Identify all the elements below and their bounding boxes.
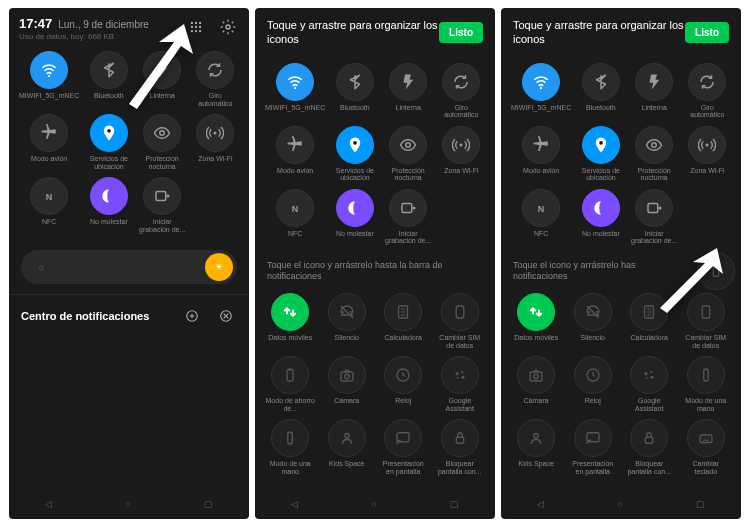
tile-eye[interactable]: Protección nocturna <box>139 114 186 171</box>
tile-clock[interactable]: Reloj <box>568 356 619 413</box>
tile-loc[interactable]: Servicios de ubicación <box>577 126 624 183</box>
nav-back-icon[interactable]: ◁ <box>291 499 298 509</box>
tile-flash[interactable]: Linterna <box>139 51 186 108</box>
tile-loc[interactable]: Servicios de ubicación <box>85 114 132 171</box>
tile-sim[interactable]: Cambiar SIM de datos <box>435 293 486 350</box>
svg-point-6 <box>191 30 193 32</box>
tile-kbd[interactable]: Cambiar teclado <box>681 419 732 476</box>
sim-icon <box>441 293 479 331</box>
nav-recent-icon[interactable]: ▢ <box>204 499 213 509</box>
tile-wifi[interactable]: MIWIFI_5G_mNEC <box>265 63 325 120</box>
tile-calc[interactable]: Calculadora <box>624 293 675 350</box>
tile-wifi[interactable]: MIWIFI_5G_mNEC <box>511 63 571 120</box>
tile-mute[interactable]: Silencio <box>568 293 619 350</box>
tile-wifi[interactable]: MIWIFI_5G_mNEC <box>19 51 79 108</box>
tile-cam[interactable]: Cámara <box>511 356 562 413</box>
tile-cam[interactable]: Cámara <box>322 356 373 413</box>
bt-icon <box>90 51 128 89</box>
manage-icon[interactable] <box>181 305 203 327</box>
tile-clock[interactable]: Reloj <box>378 356 429 413</box>
tile-mute[interactable]: Silencio <box>322 293 373 350</box>
tile-rotate[interactable]: Giro automático <box>684 63 731 120</box>
tile-label: Linterna <box>150 92 175 108</box>
settings-gear-icon[interactable] <box>217 16 239 38</box>
tile-lock[interactable]: Bloquear pantalla con... <box>435 419 486 476</box>
done-button[interactable]: Listo <box>439 22 483 43</box>
tile-plane[interactable]: Modo avión <box>19 114 79 171</box>
svg-rect-46 <box>648 203 658 212</box>
clear-all-icon[interactable] <box>215 305 237 327</box>
data-icon <box>517 293 555 331</box>
tile-rec[interactable]: Iniciar grabación de... <box>139 177 186 234</box>
tile-kids[interactable]: Kids Space <box>322 419 373 476</box>
tile-loc[interactable]: Servicios de ubicación <box>331 126 378 183</box>
svg-rect-27 <box>456 306 464 318</box>
tile-rotate[interactable]: Giro automático <box>192 51 239 108</box>
tile-bt[interactable]: Bluetooth <box>331 63 378 120</box>
done-button[interactable]: Listo <box>685 22 729 43</box>
tile-label: Zona Wi-Fi <box>690 167 724 183</box>
edit-grid-icon[interactable] <box>185 16 207 38</box>
tile-eye[interactable]: Protección nocturna <box>385 126 432 183</box>
tile-flash[interactable]: Linterna <box>631 63 678 120</box>
tile-lock[interactable]: Bloquear pantalla con... <box>624 419 675 476</box>
tile-assist[interactable]: Google Assistant <box>624 356 675 413</box>
tile-dnd[interactable]: No molestar <box>331 189 378 246</box>
calc-icon <box>384 293 422 331</box>
tile-dnd[interactable]: No molestar <box>85 177 132 234</box>
tile-label: Bloquear pantalla con... <box>435 460 486 476</box>
tile-hotspot[interactable]: Zona Wi-Fi <box>438 126 485 183</box>
hand-icon <box>687 356 725 394</box>
svg-rect-24 <box>402 203 412 212</box>
tile-rec[interactable]: Iniciar grabación de... <box>385 189 432 246</box>
tile-rotate[interactable]: Giro automático <box>438 63 485 120</box>
tile-sim[interactable]: Cambiar SIM de datos <box>681 293 732 350</box>
tile-nfc[interactable]: NNFC <box>265 189 325 246</box>
tile-hand[interactable]: Modo de una mano <box>265 419 316 476</box>
tile-battery[interactable]: Modo de ahorro de... <box>265 356 316 413</box>
nav-back-icon[interactable]: ◁ <box>537 499 544 509</box>
svg-text:N: N <box>46 192 53 202</box>
nfc-icon: N <box>30 177 68 215</box>
assist-icon <box>630 356 668 394</box>
nav-recent-icon[interactable]: ▢ <box>696 499 705 509</box>
tile-bt[interactable]: Bluetooth <box>85 51 132 108</box>
tile-flash[interactable]: Linterna <box>385 63 432 120</box>
nav-home-icon[interactable]: ○ <box>125 499 130 509</box>
brightness-slider[interactable]: ☼ ☀ <box>21 250 237 284</box>
tile-hotspot[interactable]: Zona Wi-Fi <box>684 126 731 183</box>
tile-calc[interactable]: Calculadora <box>378 293 429 350</box>
tile-data[interactable]: Datos móviles <box>511 293 562 350</box>
tile-nfc[interactable]: NNFC <box>511 189 571 246</box>
tile-eye[interactable]: Protección nocturna <box>631 126 678 183</box>
dragged-tile[interactable] <box>697 252 735 290</box>
nav-back-icon[interactable]: ◁ <box>45 499 52 509</box>
tile-assist[interactable]: Google Assistant <box>435 356 486 413</box>
tile-hand[interactable]: Modo de una mano <box>681 356 732 413</box>
tile-hotspot[interactable]: Zona Wi-Fi <box>192 114 239 171</box>
nav-recent-icon[interactable]: ▢ <box>450 499 459 509</box>
tile-label: No molestar <box>582 230 620 246</box>
tile-label: Servicios de ubicación <box>331 167 378 183</box>
nav-home-icon[interactable]: ○ <box>371 499 376 509</box>
tile-kids[interactable]: Kids Space <box>511 419 562 476</box>
tile-bt[interactable]: Bluetooth <box>577 63 624 120</box>
tile-dnd[interactable]: No molestar <box>577 189 624 246</box>
tile-plane[interactable]: Modo avión <box>511 126 571 183</box>
tile-cast[interactable]: Presentación en pantalla <box>568 419 619 476</box>
loc-icon <box>336 126 374 164</box>
svg-point-44 <box>706 143 709 146</box>
tile-plane[interactable]: Modo avión <box>265 126 325 183</box>
edit-header: Toque y arrastre para organizar los icon… <box>255 8 495 57</box>
tile-nfc[interactable]: NNFC <box>19 177 79 234</box>
nav-home-icon[interactable]: ○ <box>617 499 622 509</box>
hotspot-icon <box>196 114 234 152</box>
tile-rec[interactable]: Iniciar grabación de... <box>631 189 678 246</box>
tile-cast[interactable]: Presentación en pantalla <box>378 419 429 476</box>
kbd-icon <box>687 419 725 457</box>
kids-icon <box>328 419 366 457</box>
tile-label: Zona Wi-Fi <box>444 167 478 183</box>
svg-point-55 <box>651 376 654 379</box>
rotate-icon <box>196 51 234 89</box>
tile-data[interactable]: Datos móviles <box>265 293 316 350</box>
